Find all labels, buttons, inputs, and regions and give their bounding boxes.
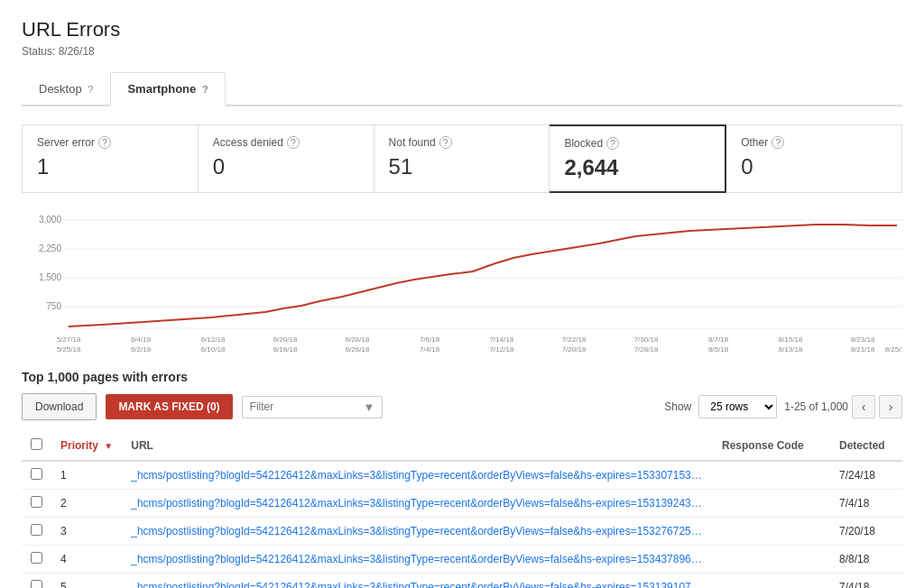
svg-text:5/27/18: 5/27/18 xyxy=(57,335,81,344)
table-row: 5 _hcms/postlisting?blogId=542126412&max… xyxy=(22,574,902,589)
stat-access-denied[interactable]: Access denied ? 0 xyxy=(199,124,374,193)
svg-text:1,500: 1,500 xyxy=(39,272,61,282)
prev-page-button[interactable]: ‹ xyxy=(852,395,875,418)
pagination-text: 1-25 of 1,000 ‹ › xyxy=(784,395,902,418)
row-checkbox[interactable] xyxy=(31,524,42,536)
line-chart: 3,000 2,250 1,500 750 5/27/18 6/4/18 6/1… xyxy=(22,211,902,355)
stat-other-label: Other xyxy=(741,136,768,149)
svg-text:7/30/18: 7/30/18 xyxy=(634,335,659,344)
row-detected: 7/4/18 xyxy=(830,574,902,589)
chart-area: 3,000 2,250 1,500 750 5/27/18 6/4/18 6/1… xyxy=(22,211,902,355)
row-response-code xyxy=(713,518,830,546)
filter-input-wrap: ▼ xyxy=(242,396,383,418)
row-checkbox[interactable] xyxy=(31,580,42,588)
row-response-code xyxy=(713,546,830,574)
rows-select[interactable]: 25 rows 50 rows 100 rows xyxy=(698,395,777,418)
row-url[interactable]: _hcms/postlisting?blogId=542126412&maxLi… xyxy=(122,461,713,490)
row-num: 1 xyxy=(51,461,122,490)
blocked-help-icon: ? xyxy=(606,137,619,150)
row-detected: 7/4/18 xyxy=(830,490,902,518)
row-url[interactable]: _hcms/postlisting?blogId=542126412&maxLi… xyxy=(122,490,713,518)
not-found-help-icon: ? xyxy=(439,136,452,149)
svg-text:6/18/18: 6/18/18 xyxy=(273,345,298,354)
table-row: 1 _hcms/postlisting?blogId=542126412&max… xyxy=(22,461,902,490)
svg-text:8/23/18: 8/23/18 xyxy=(851,335,875,344)
row-checkbox[interactable] xyxy=(31,552,42,564)
table-row: 4 _hcms/postlisting?blogId=542126412&max… xyxy=(22,546,902,574)
stat-blocked-label: Blocked xyxy=(564,137,603,150)
other-help-icon: ? xyxy=(772,136,784,149)
row-response-code xyxy=(713,574,830,589)
svg-text:7/14/18: 7/14/18 xyxy=(490,335,514,344)
page-title: URL Errors xyxy=(22,18,902,41)
row-num: 3 xyxy=(51,518,122,546)
svg-text:8/21/18: 8/21/18 xyxy=(851,345,875,354)
toolbar: Download MARK AS FIXED (0) ▼ Show 25 row… xyxy=(22,393,902,420)
section-title: Top 1,000 pages with errors xyxy=(22,370,902,384)
tab-desktop[interactable]: Desktop ? xyxy=(22,72,110,106)
errors-table: Priority ▼ URL Response Code Detected 1 … xyxy=(22,431,902,588)
priority-sort-arrow: ▼ xyxy=(104,441,113,451)
row-num: 4 xyxy=(51,546,122,574)
row-checkbox[interactable] xyxy=(31,496,42,508)
row-num: 2 xyxy=(51,490,122,518)
svg-text:7/28/18: 7/28/18 xyxy=(634,345,659,354)
stat-other[interactable]: Other ? 0 xyxy=(726,124,902,193)
table-header-row: Priority ▼ URL Response Code Detected xyxy=(22,431,902,461)
row-url[interactable]: _hcms/postlisting?blogId=542126412&maxLi… xyxy=(122,546,713,574)
row-checkbox[interactable] xyxy=(31,468,42,480)
stat-server-error[interactable]: Server error ? 1 xyxy=(22,124,199,193)
pagination-range: 1-25 of 1,000 xyxy=(784,400,848,413)
row-url[interactable]: _hcms/postlisting?blogId=542126412&maxLi… xyxy=(122,574,713,589)
th-response-code: Response Code xyxy=(713,431,830,461)
svg-text:8/13/18: 8/13/18 xyxy=(779,345,803,354)
row-response-code xyxy=(713,461,830,490)
svg-text:2,250: 2,250 xyxy=(39,243,61,253)
svg-text:7/6/18: 7/6/18 xyxy=(420,335,440,344)
mark-fixed-button[interactable]: MARK AS FIXED (0) xyxy=(106,394,232,419)
th-detected: Detected xyxy=(830,431,902,461)
svg-text:7/12/18: 7/12/18 xyxy=(490,345,514,354)
row-response-code xyxy=(713,490,830,518)
stat-not-found-label: Not found xyxy=(389,136,436,149)
server-error-help-icon: ? xyxy=(98,136,111,149)
row-detected: 8/8/18 xyxy=(830,546,902,574)
desktop-help-icon: ? xyxy=(88,84,93,95)
svg-text:6/10/18: 6/10/18 xyxy=(201,345,226,354)
stat-blocked[interactable]: Blocked ? 2,644 xyxy=(550,124,726,193)
stats-row: Server error ? 1 Access denied ? 0 Not f… xyxy=(22,124,902,193)
svg-text:8/15/18: 8/15/18 xyxy=(779,335,803,344)
svg-text:6/2/18: 6/2/18 xyxy=(131,345,152,354)
row-check-cell xyxy=(22,518,51,546)
access-denied-help-icon: ? xyxy=(287,136,300,149)
svg-text:8/25/18: 8/25/18 xyxy=(885,345,902,354)
stat-blocked-value: 2,644 xyxy=(564,155,710,180)
row-num: 5 xyxy=(51,574,122,589)
page-status: Status: 8/26/18 xyxy=(22,45,902,58)
stat-not-found[interactable]: Not found ? 51 xyxy=(374,124,550,193)
svg-text:6/26/18: 6/26/18 xyxy=(346,345,370,354)
stat-access-denied-label: Access denied xyxy=(213,136,283,149)
select-all-checkbox[interactable] xyxy=(31,438,42,450)
stat-server-error-label: Server error xyxy=(37,136,95,149)
tabs-container: Desktop ? Smartphone ? xyxy=(22,72,902,106)
svg-text:6/4/18: 6/4/18 xyxy=(131,335,152,344)
th-priority[interactable]: Priority ▼ xyxy=(51,431,122,461)
svg-text:5/25/18: 5/25/18 xyxy=(57,345,81,354)
table-row: 3 _hcms/postlisting?blogId=542126412&max… xyxy=(22,518,902,546)
next-page-button[interactable]: › xyxy=(879,395,902,418)
svg-text:7/4/18: 7/4/18 xyxy=(420,345,440,354)
row-check-cell xyxy=(22,490,51,518)
row-url[interactable]: _hcms/postlisting?blogId=542126412&maxLi… xyxy=(122,518,713,546)
filter-input[interactable] xyxy=(250,400,358,413)
svg-text:8/7/18: 8/7/18 xyxy=(708,335,729,344)
svg-text:6/20/18: 6/20/18 xyxy=(273,335,298,344)
table-row: 2 _hcms/postlisting?blogId=542126412&max… xyxy=(22,490,902,518)
svg-text:7/22/18: 7/22/18 xyxy=(562,335,587,344)
svg-text:6/28/18: 6/28/18 xyxy=(346,335,370,344)
tab-smartphone[interactable]: Smartphone ? xyxy=(110,72,225,106)
stat-access-denied-value: 0 xyxy=(213,154,359,179)
download-button[interactable]: Download xyxy=(22,393,97,420)
row-check-cell xyxy=(22,461,51,490)
stat-server-error-value: 1 xyxy=(37,154,183,179)
